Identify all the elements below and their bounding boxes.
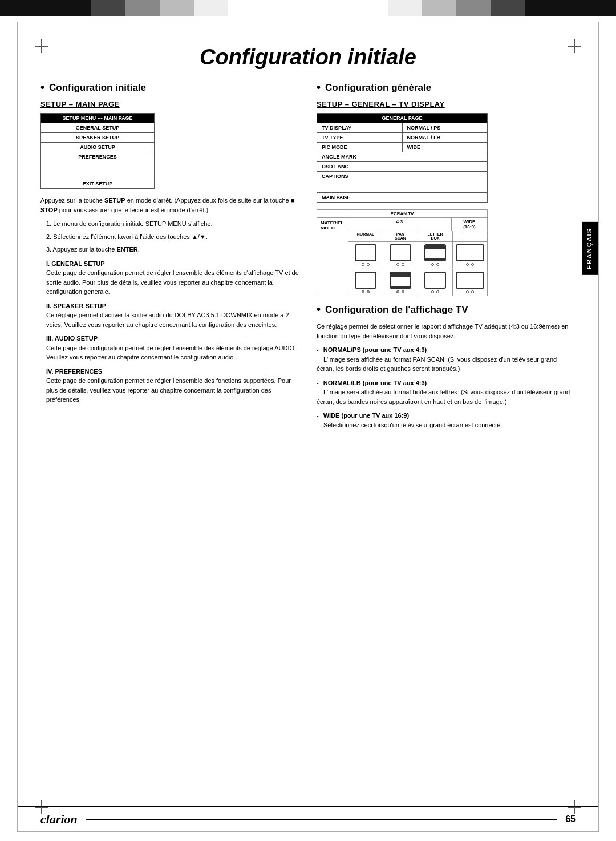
tv-label-pan: PANSCAN	[383, 231, 418, 241]
tv-screen-cell-2	[383, 242, 418, 268]
tv-display-heading: • Configuration de l'affichage TV	[317, 303, 576, 316]
tv-label-row: NORMAL PANSCAN LETTERBOX	[348, 231, 487, 242]
gen-main-page: MAIN PAGE	[317, 192, 487, 202]
tv-stand-1	[348, 269, 383, 296]
gen-cell-pic-mode-label: PIC MODE	[317, 143, 402, 152]
gen-angle-mark: ANGLE MARK	[317, 152, 487, 161]
bar-seg-11	[525, 0, 570, 16]
tv-screens-row2	[348, 269, 487, 296]
general-menu-table: GENERAL PAGE TV DISPLAY NORMAL / PS TV T…	[317, 113, 488, 203]
tv-screen-cell-3	[418, 242, 453, 268]
language-tab: FRANÇAIS	[582, 222, 598, 275]
tv-stand-3	[418, 269, 453, 296]
bar-seg-10	[491, 0, 525, 16]
tv-bullet-3: - WIDE (pour une TV aux 16:9) Sélectionn…	[317, 411, 576, 430]
tv-right-content: 4:3 WIDE(16:9) NORMAL PANSCAN LETTERBOX	[348, 218, 487, 296]
tv-diagram-body: MATERIEL VIDEO 4:3 WIDE(16:9) NORMAL	[317, 218, 487, 296]
gen-cell-tv-display-label: TV DISPLAY	[317, 123, 402, 132]
bar-seg-12	[570, 0, 616, 16]
gen-osd-lang: OSD LANG	[317, 161, 487, 171]
tv-stand-4	[453, 269, 487, 296]
bullet-icon: •	[40, 81, 44, 94]
left-section-title: Configuration initiale	[49, 82, 146, 94]
section-ii: II. SPEAKER SETUP Ce réglage permet d'ac…	[46, 301, 299, 330]
tv-display-intro: Ce réglage permet de sélectionner le rap…	[317, 322, 576, 341]
tv-label-letter: LETTERBOX	[418, 231, 453, 241]
right-column: • Configuration générale SETUP – GENERAL…	[317, 81, 576, 434]
page-title: Configuration initiale	[18, 22, 598, 81]
bar-seg-3	[91, 0, 125, 16]
tv-ratio-header: 4:3 WIDE(16:9)	[348, 218, 487, 231]
gen-cell-tv-display-value: NORMAL / PS	[402, 123, 488, 132]
tv-display-title: Configuration de l'affichage TV	[325, 304, 468, 316]
tv-video: VIDEO	[321, 225, 345, 231]
list-item-3: 3. Appuyez sur la touche ENTER.	[46, 245, 299, 254]
tv-left-label: MATERIEL VIDEO	[317, 218, 348, 296]
tv-screen-cell-4	[453, 242, 487, 268]
tv-bullet-1: - NORMAL/PS (pour une TV aux 4:3) L'imag…	[317, 345, 576, 374]
right-bullet-icon: •	[317, 81, 321, 94]
section-iii-title: III. AUDIO SETUP Cette page de configura…	[46, 334, 299, 362]
bar-seg-7	[388, 0, 422, 16]
clarion-logo: clarion	[40, 812, 78, 827]
section-iii: III. AUDIO SETUP Cette page de configura…	[46, 334, 299, 362]
gen-cell-pic-mode-value: WIDE	[402, 143, 488, 152]
general-menu-title: GENERAL PAGE	[317, 114, 487, 123]
bar-seg-2	[46, 0, 91, 16]
bar-seg-5	[160, 0, 194, 16]
bar-seg-4	[125, 0, 160, 16]
tv-ratio-43: 4:3	[348, 218, 451, 231]
tv-stand-2	[383, 269, 418, 296]
gen-row-pic-mode: PIC MODE WIDE	[317, 142, 487, 152]
right-section-title: Configuration générale	[325, 82, 431, 94]
body-intro: Appuyez sur la touche SETUP en mode d'ar…	[40, 196, 299, 215]
bar-gap	[228, 0, 388, 16]
section-iv: IV. PREFERENCES Cette page de configurat…	[46, 367, 299, 405]
page-footer: clarion 65	[18, 806, 598, 831]
crosshair-top-right	[568, 39, 581, 53]
tv-screen-cell-1	[348, 242, 383, 268]
tv-diagram: ECRAN TV MATERIEL VIDEO 4:3 WIDE(16:9)	[317, 209, 488, 296]
menu-title: SETUP MENU --- MAIN PAGE	[41, 114, 154, 123]
left-sub-heading: SETUP – MAIN PAGE	[40, 100, 299, 108]
bar-seg-1	[0, 0, 46, 16]
tv-bullet-list: - NORMAL/PS (pour une TV aux 4:3) L'imag…	[317, 345, 576, 430]
bar-seg-9	[456, 0, 491, 16]
right-sub-heading: SETUP – GENERAL – TV DISPLAY	[317, 100, 576, 108]
numbered-list: 1. Le menu de configuration initiale SET…	[46, 219, 299, 254]
bullet-tv-icon: •	[317, 303, 321, 316]
list-item-2: 2. Sélectionnez l'élément favori à l'aid…	[46, 232, 299, 242]
left-section-heading: • Configuration initiale	[40, 81, 299, 94]
menu-item-speaker: SPEAKER SETUP	[41, 132, 154, 142]
bar-seg-6	[194, 0, 228, 16]
section-i-title: I. GENERAL SETUP Cette page de configura…	[46, 259, 299, 297]
section-iv-title: IV. PREFERENCES Cette page de configurat…	[46, 367, 299, 405]
tv-label-wide-empty	[453, 231, 487, 241]
gen-row-tv-type: TV TYPE NORMAL / LB	[317, 132, 487, 142]
tv-screens-row1	[348, 242, 487, 268]
tv-bullet-2: - NORMAL/LB (pour une TV aux 4:3) L'imag…	[317, 378, 576, 407]
tv-diagram-header: ECRAN TV	[317, 210, 487, 218]
right-section-heading: • Configuration générale	[317, 81, 576, 94]
left-column: • Configuration initiale SETUP – MAIN PA…	[40, 81, 299, 434]
section-ii-title: II. SPEAKER SETUP Ce réglage permet d'ac…	[46, 301, 299, 330]
tv-ratio-wide: WIDE(16:9)	[451, 218, 487, 231]
crosshair-top-left	[35, 39, 48, 53]
gen-cell-tv-type-label: TV TYPE	[317, 133, 402, 142]
section-i: I. GENERAL SETUP Cette page de configura…	[46, 259, 299, 297]
menu-item-preferences: PREFERENCES	[41, 152, 154, 161]
list-item-1: 1. Le menu de configuration initiale SET…	[46, 219, 299, 229]
tv-label-normal: NORMAL	[348, 231, 383, 241]
menu-item-exit: EXIT SETUP	[41, 179, 154, 188]
gen-row-tv-display: TV DISPLAY NORMAL / PS	[317, 123, 487, 132]
gen-cell-tv-type-value: NORMAL / LB	[402, 133, 488, 142]
menu-item-audio: AUDIO SETUP	[41, 142, 154, 152]
footer-line	[86, 819, 557, 820]
gen-captions: CAPTIONS	[317, 171, 487, 181]
top-color-bar	[0, 0, 616, 16]
bar-seg-8	[422, 0, 456, 16]
page-number: 65	[565, 814, 576, 824]
tv-materiel: MATERIEL	[321, 220, 345, 225]
setup-menu-table: SETUP MENU --- MAIN PAGE GENERAL SETUP S…	[40, 113, 155, 189]
menu-item-general: GENERAL SETUP	[41, 123, 154, 132]
